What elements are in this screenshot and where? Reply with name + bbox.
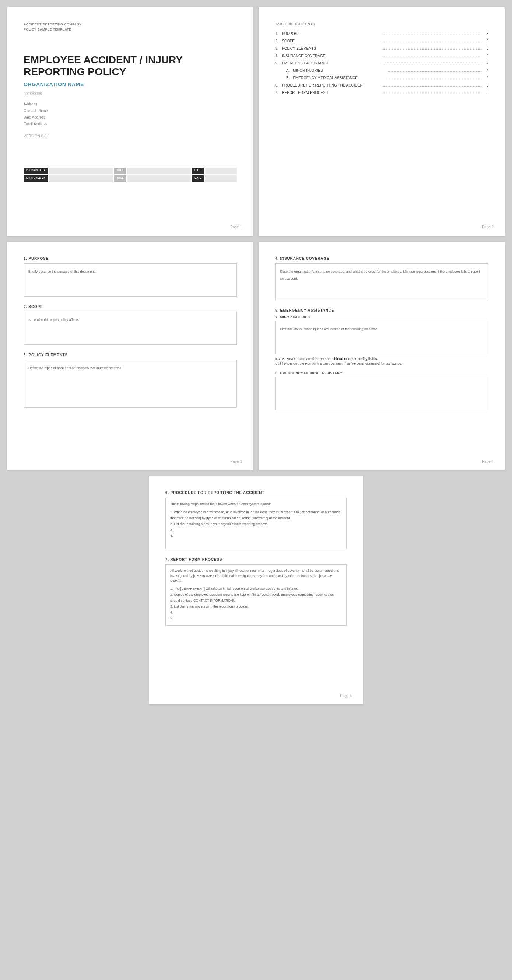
section-4-box: State the organization's insurance cover… <box>275 263 488 300</box>
section-7-title: 7. REPORT FORM PROCESS <box>165 557 347 562</box>
page-5: 6. PROCEDURE FOR REPORTING THE ACCIDENT … <box>149 476 363 705</box>
page-2: TABLE OF CONTENTS 1. PURPOSE 3 2. SCOPE … <box>259 7 505 236</box>
section-1-box: Briefly describe the purpose of this doc… <box>24 263 237 297</box>
toc-list: 1. PURPOSE 3 2. SCOPE 3 3. POLICY ELEMEN… <box>275 31 488 96</box>
toc-item-5: 5. EMERGENCY ASSISTANCE 4 <box>275 60 488 66</box>
section-6-intro: The following steps should be followed w… <box>170 502 342 507</box>
section-3-text: Define the types of accidents or inciden… <box>29 366 122 370</box>
page-4-number: Page 4 <box>482 460 494 463</box>
section-7-item-4: 4. <box>170 609 342 615</box>
toc-item-1: 1. PURPOSE 3 <box>275 31 488 37</box>
toc-item-4: 4. INSURANCE COVERAGE 4 <box>275 53 488 59</box>
version: VERSION 0.0.0 <box>24 134 237 138</box>
section-7-item-2: 2. Copies of the employee accident repor… <box>170 592 342 603</box>
section-5b-title: B. EMERGENCY MEDICAL ASSISTANCE <box>275 371 488 375</box>
note-text: Call [NAME OF APPROPRIATE DEPARTMENT] at… <box>275 361 488 366</box>
section-1-title: 1. PURPOSE <box>24 256 237 261</box>
section-6-item-2: 2. List the remaining steps in your orga… <box>170 521 342 527</box>
toc-header: TABLE OF CONTENTS <box>275 22 488 26</box>
title-line-1 <box>127 168 191 174</box>
org-name: ORGANIZATION NAME <box>24 81 237 88</box>
toc-item-5a: A. MINOR INJURIES 4 <box>275 68 488 74</box>
section-1-text: Briefly describe the purpose of this doc… <box>29 270 96 274</box>
section-6-title: 6. PROCEDURE FOR REPORTING THE ACCIDENT <box>165 491 347 495</box>
section-2-box: State who this report policy affects. <box>24 312 237 345</box>
title-label-2: TITLE <box>114 175 126 182</box>
section-4-text: State the organization's insurance cover… <box>280 270 480 280</box>
section-5-title: 5. EMERGENCY ASSISTANCE <box>275 309 488 312</box>
section-7-intro: All work-related accidents resulting in … <box>170 568 342 584</box>
section-6-item-3: 3. <box>170 527 342 533</box>
page-2-number: Page 2 <box>482 225 494 229</box>
date-line: 00/00/0000 <box>24 92 237 96</box>
page-1-number: Page 1 <box>230 225 242 229</box>
section-4-title: 4. INSURANCE COVERAGE <box>275 256 488 261</box>
prepared-by-line <box>49 168 113 174</box>
section-5a-title: A. MINOR INJURIES <box>275 315 488 319</box>
section-6-item-4: 4. <box>170 533 342 539</box>
section-7-items: 1. The [DEPARTMENT] will take an initial… <box>170 586 342 622</box>
section-3-box: Define the types of accidents or inciden… <box>24 360 237 408</box>
note-bold: NOTE: Never touch another person's blood… <box>275 357 488 361</box>
toc-item-6: 6. PROCEDURE FOR REPORTING THE ACCIDENT … <box>275 83 488 88</box>
section-5a-box: First aid kits for minor injuries are lo… <box>275 321 488 354</box>
date-line-1 <box>205 168 237 174</box>
page-1: ACCIDENT REPORTING COMPANY POLICY SAMPLE… <box>7 7 253 236</box>
section-6-box: The following steps should be followed w… <box>165 498 347 549</box>
toc-item-2: 2. SCOPE 3 <box>275 38 488 44</box>
title-line-2 <box>127 175 191 182</box>
section-5a-text: First aid kits for minor injuries are lo… <box>280 327 378 331</box>
contact-info: Address Contact Phone Web Address Email … <box>24 101 237 127</box>
section-7-item-5: 5. <box>170 615 342 621</box>
toc-item-3: 3. POLICY ELEMENTS 3 <box>275 46 488 52</box>
page-3-number: Page 3 <box>230 460 242 463</box>
section-5b-box <box>275 377 488 410</box>
section-7-item-3: 3. List the remaining steps in the repor… <box>170 603 342 609</box>
prepared-by-label: PREPARED BY <box>24 168 48 174</box>
prepared-by-row: PREPARED BY TITLE DATE <box>24 168 237 174</box>
approved-by-row: APPROVED BY TITLE DATE <box>24 175 237 182</box>
date-label-1: DATE <box>192 168 204 174</box>
section-2-text: State who this report policy affects. <box>29 318 80 321</box>
toc-item-5b: B. EMERGENCY MEDICAL ASSISTANCE 4 <box>275 75 488 81</box>
title-label-1: TITLE <box>114 168 126 174</box>
approved-by-label: APPROVED BY <box>24 175 48 182</box>
approved-by-line <box>49 175 113 182</box>
section-2-title: 2. SCOPE <box>24 305 237 309</box>
page-4: 4. INSURANCE COVERAGE State the organiza… <box>259 242 505 470</box>
date-label-2: DATE <box>192 175 204 182</box>
section-6-item-1: 1. When an employee is a witness to, or … <box>170 509 342 521</box>
date-line-2 <box>205 175 237 182</box>
section-6-items: 1. When an employee is a witness to, or … <box>170 509 342 539</box>
toc-item-7: 7. REPORT FORM PROCESS 5 <box>275 90 488 96</box>
company-header: ACCIDENT REPORTING COMPANY POLICY SAMPLE… <box>24 22 237 32</box>
page-5-number: Page 5 <box>340 694 352 698</box>
main-title: EMPLOYEE ACCIDENT / INJURY REPORTING POL… <box>24 54 237 78</box>
page-3: 1. PURPOSE Briefly describe the purpose … <box>7 242 253 470</box>
section-7-box: All work-related accidents resulting in … <box>165 565 347 625</box>
section-7-item-1: 1. The [DEPARTMENT] will take an initial… <box>170 586 342 592</box>
section-3-title: 3. POLICY ELEMENTS <box>24 353 237 357</box>
